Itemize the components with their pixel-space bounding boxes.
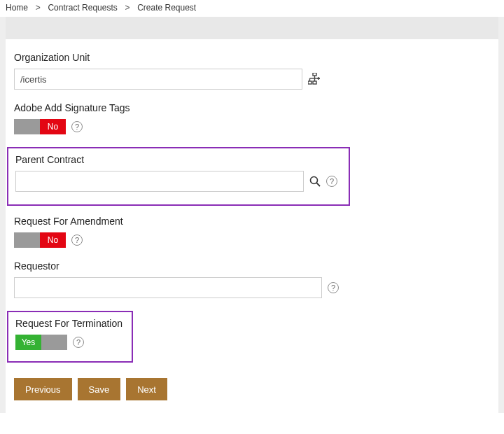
svg-rect-2 [313, 81, 316, 84]
toggle-no-label: No [40, 232, 66, 248]
svg-line-10 [316, 183, 320, 186]
breadcrumb-contract-requests[interactable]: Contract Requests [48, 3, 117, 13]
breadcrumb-sep: > [33, 3, 43, 13]
toggle-yes-label: Yes [15, 335, 41, 350]
hierarchy-icon[interactable] [308, 73, 322, 85]
label-organization-unit: Organization Unit [14, 52, 490, 63]
search-icon[interactable] [309, 176, 321, 187]
label-requestor: Requestor [14, 260, 490, 272]
svg-point-9 [311, 177, 318, 184]
previous-button[interactable]: Previous [14, 378, 72, 400]
toggle-off-side [14, 119, 40, 134]
toggle-off-side [14, 232, 40, 248]
parent-contract-input[interactable] [15, 171, 304, 192]
field-request-for-amendment: Request For Amendment No ? [14, 216, 490, 248]
toggle-no-label: No [40, 119, 66, 134]
request-for-amendment-toggle[interactable]: No [14, 232, 66, 248]
field-parent-contract: Parent Contract ? [15, 154, 342, 192]
label-adobe-signature-tags: Adobe Add Signature Tags [14, 102, 490, 113]
breadcrumb-home[interactable]: Home [6, 3, 28, 13]
request-for-termination-toggle[interactable]: Yes [15, 335, 67, 350]
label-request-for-termination: Request For Termination [15, 318, 125, 329]
highlight-parent-contract: Parent Contract ? [7, 147, 350, 206]
field-request-for-termination: Request For Termination Yes ? [15, 318, 125, 350]
next-button[interactable]: Next [126, 378, 167, 400]
breadcrumb: Home > Contract Requests > Create Reques… [0, 0, 504, 17]
label-request-for-amendment: Request For Amendment [14, 216, 490, 227]
breadcrumb-sep: > [122, 3, 132, 13]
header-band [6, 17, 498, 39]
save-button[interactable]: Save [78, 378, 121, 400]
requestor-input[interactable] [14, 277, 322, 298]
adobe-signature-tags-toggle[interactable]: No [14, 119, 66, 134]
svg-rect-1 [308, 81, 312, 84]
field-organization-unit: Organization Unit [14, 52, 490, 90]
help-icon[interactable]: ? [328, 282, 339, 293]
organization-unit-input[interactable] [14, 69, 302, 90]
label-parent-contract: Parent Contract [15, 154, 342, 165]
help-icon[interactable]: ? [71, 234, 83, 246]
help-icon[interactable]: ? [326, 176, 337, 187]
field-adobe-signature-tags: Adobe Add Signature Tags No ? [14, 102, 490, 134]
toggle-off-side [41, 335, 67, 350]
highlight-request-for-termination: Request For Termination Yes ? [7, 311, 133, 363]
breadcrumb-create-request: Create Request [137, 3, 196, 13]
svg-rect-0 [313, 73, 316, 76]
help-icon[interactable]: ? [71, 121, 83, 132]
field-requestor: Requestor ? [14, 260, 490, 298]
button-bar: Previous Save Next [6, 378, 498, 413]
help-icon[interactable]: ? [73, 337, 84, 348]
